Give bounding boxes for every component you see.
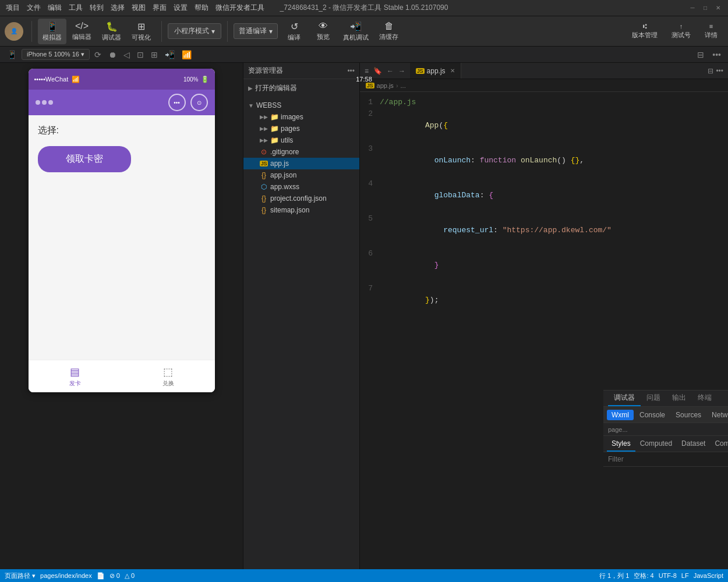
explorer-title: 资源管理器	[248, 66, 283, 76]
menu-project[interactable]: 项目	[6, 3, 20, 13]
tab-forward-icon[interactable]: →	[397, 66, 407, 76]
copy-icon[interactable]: ⊡	[135, 49, 146, 61]
devtools-tab-console[interactable]: Console	[635, 410, 670, 420]
simulator-btn[interactable]: 📱 模拟器	[38, 19, 66, 44]
tab-back-icon[interactable]: ←	[386, 66, 395, 76]
phone2-icon[interactable]: 📲	[162, 49, 177, 61]
menu-tools[interactable]: 工具	[69, 3, 83, 13]
project-toggle[interactable]: WEBSS	[243, 100, 359, 111]
debugger-btn[interactable]: 🐛 调试器	[97, 19, 126, 44]
compile-btn[interactable]: ↺ 编译	[280, 19, 308, 44]
menu-interface[interactable]: 界面	[153, 3, 167, 13]
status-encoding[interactable]: UTF-8	[659, 572, 677, 579]
editor-tabs: ≡ 🔖 ← → JS app.js ✕ ⊟ •••	[360, 63, 728, 79]
tab-split-icon[interactable]: ⊟	[708, 67, 713, 75]
menu-help[interactable]: 帮助	[195, 3, 208, 13]
editor-btn[interactable]: </> 编辑器	[68, 19, 96, 44]
status-language[interactable]: JavaScript	[694, 572, 723, 579]
phone-content: 选择: 领取卡密	[29, 115, 215, 360]
status-error[interactable]: △ 0	[125, 572, 135, 580]
wifi-icon[interactable]: 📶	[179, 49, 194, 61]
status-path-label[interactable]: 页面路径 ▾	[5, 572, 36, 580]
tree-item-appwxss[interactable]: ⬡ app.wxss	[243, 181, 359, 193]
split-icon[interactable]: ⊟	[695, 49, 706, 61]
menu-edit[interactable]: 编辑	[48, 3, 62, 13]
breadcrumb-path[interactable]: ...	[401, 82, 406, 89]
tree-item-gitignore[interactable]: ⊙ .gitignore	[243, 146, 359, 158]
compile-select-arrow: ▾	[269, 27, 273, 36]
tree-item-images[interactable]: ▶ 📁 images	[243, 111, 359, 123]
tab-dots-icon[interactable]: •••	[716, 67, 723, 75]
menu-file[interactable]: 文件	[27, 3, 41, 13]
explorer-more-icon[interactable]: •••	[347, 67, 355, 75]
breadcrumb-filename[interactable]: app.js	[377, 82, 394, 89]
styles-tab-computed[interactable]: Computed	[635, 436, 677, 452]
menu-btn[interactable]: •••	[168, 94, 186, 111]
tab-list-icon[interactable]: ≡	[363, 66, 370, 76]
menu-select[interactable]: 选择	[111, 3, 125, 13]
close-button[interactable]: ✕	[714, 4, 722, 12]
back-icon[interactable]: ◁	[121, 49, 132, 61]
minimize-button[interactable]: ─	[688, 4, 697, 12]
real-debug-btn[interactable]: 📲 真机调试	[338, 19, 373, 44]
footer-item-exchange[interactable]: ⬚ 兑换	[162, 365, 174, 388]
status-line-col[interactable]: 行 1，列 1	[599, 572, 629, 580]
user-avatar[interactable]: 👤	[5, 22, 23, 41]
styles-filter-input[interactable]	[608, 455, 728, 463]
menu-wechat[interactable]: 微信开发者工具	[215, 3, 264, 13]
bottom-tab-output[interactable]: 输出	[666, 391, 692, 406]
open-editors-toggle[interactable]: 打开的编辑器	[243, 81, 359, 95]
tree-item-appjson[interactable]: {} app.json	[243, 169, 359, 181]
maximize-button[interactable]: □	[701, 4, 709, 12]
menu-view[interactable]: 视图	[132, 3, 146, 13]
line-content-6: }	[380, 248, 439, 283]
devtools-tab-network[interactable]: Network	[707, 410, 728, 420]
bottom-tab-terminal[interactable]: 终端	[692, 391, 718, 406]
dot1	[36, 100, 40, 105]
status-warning[interactable]: ⊘ 0	[109, 572, 120, 580]
test-icon: ↑	[680, 23, 683, 30]
grid-icon[interactable]: ⊞	[149, 49, 160, 61]
card-password-btn[interactable]: 领取卡密	[38, 146, 131, 172]
tree-item-appjs[interactable]: JS app.js	[243, 158, 359, 169]
tree-item-sitemap[interactable]: {} sitemap.json	[243, 204, 359, 216]
tree-item-projectconfig[interactable]: {} project.config.json	[243, 193, 359, 204]
code-area[interactable]: 1 //app.js 2 App({ 3 onLaunch: function …	[360, 92, 728, 390]
rotate-icon[interactable]: ⟳	[92, 49, 104, 61]
detail-btn[interactable]: ≡ 详情	[699, 20, 723, 42]
home-btn[interactable]: ⊙	[190, 94, 208, 111]
clear-store-btn[interactable]: 🗑 清缓存	[374, 19, 403, 44]
menu-goto[interactable]: 转到	[90, 3, 104, 13]
visual-btn[interactable]: ⊞ 可视化	[127, 19, 156, 44]
tree-item-pages[interactable]: ▶ 📁 pages	[243, 123, 359, 134]
status-eol[interactable]: LF	[681, 572, 689, 579]
preview-btn[interactable]: 👁 预览	[309, 19, 337, 44]
version-mgr-btn[interactable]: ⑆ 版本管理	[626, 20, 663, 42]
mode-select[interactable]: 小程序模式 ▾	[168, 23, 221, 39]
styles-tab-component[interactable]: Component Data	[710, 436, 728, 452]
menu-bar[interactable]: 项目 文件 编辑 工具 转到 选择 视图 界面 设置 帮助 微信开发者工具	[6, 3, 264, 13]
bottom-tab-debugger[interactable]: 调试器	[608, 391, 641, 406]
window-buttons[interactable]: ─ □ ✕	[688, 4, 722, 12]
devtools-tab-sources[interactable]: Sources	[671, 410, 706, 420]
bottom-tab-issues[interactable]: 问题	[641, 391, 666, 406]
compile-select[interactable]: 普通编译 ▾	[234, 23, 278, 39]
editor-tab-appjs[interactable]: JS app.js ✕	[410, 63, 461, 79]
status-path-value[interactable]: pages/index/index	[40, 572, 92, 579]
menu-settings[interactable]: 设置	[174, 3, 188, 13]
mode-select-arrow: ▾	[211, 27, 215, 36]
footer-item-card[interactable]: ▤ 发卡	[69, 365, 81, 388]
device-select[interactable]: iPhone 5 100% 16 ▾	[22, 49, 90, 60]
styles-tab-styles[interactable]: Styles	[607, 436, 635, 452]
git-icon: ⊙	[260, 148, 268, 156]
test-num-btn[interactable]: ↑ 测试号	[666, 20, 697, 42]
tab-close-icon[interactable]: ✕	[450, 68, 455, 74]
tab-bookmark-icon[interactable]: 🔖	[372, 66, 383, 76]
footer-label-exchange: 兑换	[162, 379, 174, 388]
styles-tab-dataset[interactable]: Dataset	[677, 436, 710, 452]
more-icon[interactable]: •••	[710, 49, 723, 61]
record-icon[interactable]: ⏺	[106, 49, 119, 61]
devtools-tab-wxml[interactable]: Wxml	[607, 410, 634, 420]
tree-item-utils[interactable]: ▶ 📁 utils	[243, 134, 359, 146]
status-spaces[interactable]: 空格: 4	[634, 572, 653, 580]
